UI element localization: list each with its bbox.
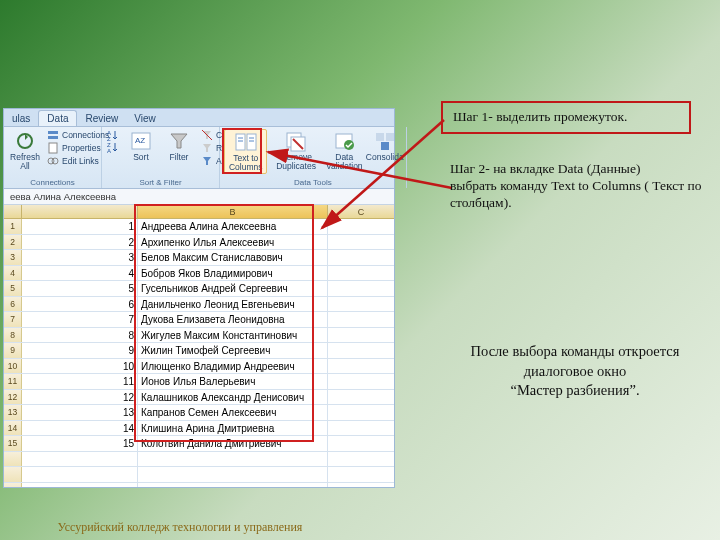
svg-rect-2 [48,136,58,139]
row-header[interactable]: 3 [4,250,22,265]
refresh-label: Refresh All [10,153,40,171]
row-header[interactable]: 12 [4,390,22,405]
text-to-columns-button[interactable]: Text to Columns [224,129,267,174]
cell[interactable]: Капранов Семен Алексеевич [138,405,328,420]
sort-za-button[interactable]: ZA [106,141,120,153]
col-header-b[interactable]: B [138,205,328,218]
edit-links-button[interactable]: Edit Links [46,155,110,167]
formula-bar[interactable]: еева Алина Алексеевна [4,189,394,205]
cell[interactable]: Гусельников Андрей Сергеевич [138,281,328,296]
tab-view[interactable]: View [126,111,164,126]
step1-callout: Шаг 1- выделить промежуток. [441,101,691,134]
tab-review[interactable]: Review [77,111,126,126]
tab-data[interactable]: Data [38,110,77,126]
table-row[interactable]: 22Архипенко Илья Алексеевич [4,235,394,251]
row-header[interactable]: 15 [4,436,22,451]
table-row[interactable] [4,483,394,488]
cell[interactable]: Ионов Илья Валерьевич [138,374,328,389]
table-row[interactable]: 55Гусельников Андрей Сергеевич [4,281,394,297]
sort-icon: AZ [129,130,153,152]
row-header[interactable]: 11 [4,374,22,389]
svg-rect-3 [49,143,57,153]
svg-rect-13 [236,134,245,150]
cell[interactable]: Илющенко Владимир Андреевич [138,359,328,374]
text-to-columns-icon [234,131,258,153]
filter-button[interactable]: Filter [162,129,196,163]
cell[interactable]: Данильченко Леонид Евгеньевич [138,297,328,312]
row-header[interactable]: 10 [4,359,22,374]
group-sort-filter: AZ ZA AZ Sort Filter Clear Reapply Advan… [102,127,220,188]
refresh-icon [13,130,37,152]
row-header[interactable]: 4 [4,266,22,281]
table-row[interactable]: 44Бобров Яков Владимирович [4,266,394,282]
data-validation-button[interactable]: Data Validation [325,129,364,172]
consolidate-button[interactable]: Consolida [368,129,402,163]
group-connections-label: Connections [8,178,97,188]
result-note: После выбора команды откроетсядиалоговое… [450,342,700,401]
table-row[interactable] [4,467,394,483]
table-row[interactable]: 66Данильченко Леонид Евгеньевич [4,297,394,313]
svg-rect-14 [247,134,256,150]
row-header[interactable]: 13 [4,405,22,420]
advanced-icon [201,155,213,167]
edit-links-icon [47,155,59,167]
table-row[interactable]: 88Жигулев Максим Константинович [4,328,394,344]
ribbon-body: Refresh All Connections Properties Edit … [4,127,394,189]
row-header[interactable]: 6 [4,297,22,312]
table-row[interactable]: 1212Калашников Александр Денисович [4,390,394,406]
table-row[interactable]: 33Белов Максим Станиславович [4,250,394,266]
clear-icon [201,129,213,141]
column-headers: B C [4,205,394,219]
filter-icon [167,130,191,152]
cell[interactable]: Жигулев Максим Константинович [138,328,328,343]
cell[interactable]: Бобров Яков Владимирович [138,266,328,281]
svg-point-5 [52,158,58,164]
consolidate-icon [373,130,397,152]
tab-formulas[interactable]: ulas [4,111,38,126]
col-header-c[interactable]: C [328,205,394,218]
table-row[interactable]: 11Андреева Алина Алексеевна [4,219,394,235]
table-row[interactable]: 1010Илющенко Владимир Андреевич [4,359,394,375]
row-header[interactable]: 9 [4,343,22,358]
svg-rect-24 [376,133,384,141]
svg-rect-25 [386,133,394,141]
cell[interactable]: Колотвин Данила Дмитриевич [138,436,328,451]
reapply-icon [201,142,213,154]
group-data-tools: Text to Columns Remove Duplicates Data V… [220,127,407,188]
table-row[interactable]: 1313Капранов Семен Алексеевич [4,405,394,421]
spreadsheet-grid[interactable]: 11Андреева Алина Алексеевна22Архипенко И… [4,219,394,487]
row-header[interactable]: 8 [4,328,22,343]
connections-button[interactable]: Connections [46,129,110,141]
row-header[interactable]: 5 [4,281,22,296]
data-validation-icon [332,130,356,152]
cell[interactable]: Клишина Арина Дмитриевна [138,421,328,436]
cell[interactable]: Андреева Алина Алексеевна [138,219,328,234]
row-header[interactable]: 1 [4,219,22,234]
remove-duplicates-button[interactable]: Remove Duplicates [271,129,320,172]
step2-callout: Шаг 2- на вкладке Data (Данные)выбрать к… [450,161,708,212]
table-row[interactable] [4,452,394,468]
table-row[interactable]: 99Жилин Тимофей Сергеевич [4,343,394,359]
row-header[interactable]: 7 [4,312,22,327]
row-header[interactable]: 14 [4,421,22,436]
svg-rect-1 [48,131,58,134]
properties-icon [47,142,59,154]
group-datatools-label: Data Tools [224,178,402,188]
table-row[interactable]: 1111Ионов Илья Валерьевич [4,374,394,390]
refresh-all-button[interactable]: Refresh All [8,129,42,172]
sort-az-button[interactable]: AZ [106,129,120,141]
table-row[interactable]: 1414Клишина Арина Дмитриевна [4,421,394,437]
cell[interactable]: Калашников Александр Денисович [138,390,328,405]
sort-button[interactable]: AZ Sort [124,129,158,163]
properties-button[interactable]: Properties [46,142,110,154]
row-header[interactable]: 2 [4,235,22,250]
cell[interactable]: Архипенко Илья Алексеевич [138,235,328,250]
connections-icon [47,129,59,141]
sort-az-icon: AZ [107,129,119,141]
table-row[interactable]: 1515Колотвин Данила Дмитриевич [4,436,394,452]
group-sortfilter-label: Sort & Filter [106,178,215,188]
cell[interactable]: Жилин Тимофей Сергеевич [138,343,328,358]
cell[interactable]: Белов Максим Станиславович [138,250,328,265]
table-row[interactable]: 77Дукова Елизавета Леонидовна [4,312,394,328]
cell[interactable]: Дукова Елизавета Леонидовна [138,312,328,327]
